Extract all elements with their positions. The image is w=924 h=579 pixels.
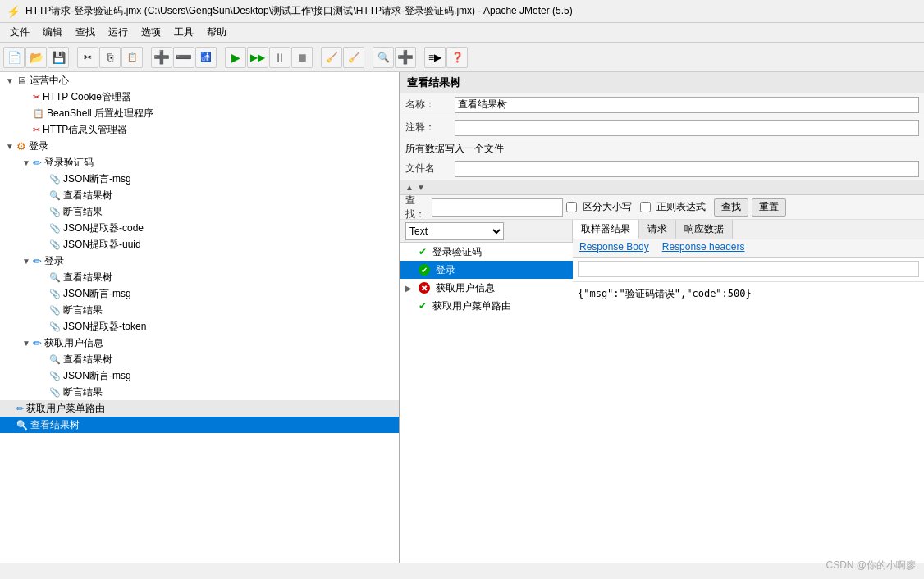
tree-node-json-msg[interactable]: 📎 JSON断言-msg bbox=[0, 171, 399, 187]
mode-select[interactable]: Text RegExp Tester JSON Path Tester CSS/… bbox=[405, 222, 504, 240]
case-sensitive-checkbox[interactable] bbox=[566, 202, 577, 212]
tree-node-root[interactable]: ▼ 🖥 运营中心 bbox=[0, 72, 399, 89]
result-item-user-info[interactable]: ▶ ✖ 获取用户信息 bbox=[400, 279, 573, 297]
node-label-result-tree2: 查看结果树 bbox=[63, 271, 112, 285]
comment-label: 注释： bbox=[405, 121, 455, 134]
regexp-label: 正则表达式 bbox=[656, 200, 706, 214]
toolbar-logs[interactable]: ≡▶ bbox=[424, 47, 446, 68]
case-sensitive-label: 区分大小写 bbox=[583, 200, 632, 214]
menu-file[interactable]: 文件 bbox=[3, 24, 36, 41]
collapse-up-icon[interactable]: ▲ bbox=[405, 183, 414, 192]
tree-node-get-menu[interactable]: ✏ 获取用户菜单路由 bbox=[0, 400, 399, 417]
result-item-menu[interactable]: ✔ 获取用户菜单路由 bbox=[400, 297, 573, 315]
menu-help[interactable]: 帮助 bbox=[200, 24, 233, 41]
toolbar-add[interactable]: ➕ bbox=[151, 47, 172, 68]
tree-node-result-tree4[interactable]: 🔍 查看结果树 bbox=[0, 417, 399, 433]
name-label: 名称： bbox=[405, 98, 455, 112]
tree-node-json-msg2[interactable]: 📎 JSON断言-msg bbox=[0, 285, 399, 302]
node-label-json-token: JSON提取器-token bbox=[63, 320, 146, 334]
toolbar-stop[interactable]: ⏹ bbox=[291, 47, 313, 68]
panel-header: 查看结果树 bbox=[400, 72, 924, 93]
toolbar-clear[interactable]: 🚮 bbox=[195, 47, 217, 68]
panel-title: 查看结果树 bbox=[407, 75, 460, 90]
result-tree-list: ✔ 登录验证码 ✔ 登录 ▶ ✖ 获取用户信息 bbox=[400, 243, 573, 563]
toolbar-add2[interactable]: ➕ bbox=[395, 47, 416, 68]
left-panel: ▼ 🖥 运营中心 ✂ HTTP Cookie管理器 📋 BeanShell 后置… bbox=[0, 72, 400, 563]
search-label: 查找： bbox=[405, 194, 428, 221]
tree-node-result-tree1[interactable]: 🔍 查看结果树 bbox=[0, 187, 399, 203]
sub-tab-response-body[interactable]: Response Body bbox=[573, 239, 656, 257]
tree-node-json-uuid[interactable]: 📎 JSON提取器-uuid bbox=[0, 236, 399, 253]
tree-node-json-token[interactable]: 📎 JSON提取器-token bbox=[0, 318, 399, 335]
tree-node-json-msg3[interactable]: 📎 JSON断言-msg bbox=[0, 367, 399, 384]
node-icon-verify-code: ✏ bbox=[33, 157, 42, 169]
tab-response-data[interactable]: 响应数据 bbox=[676, 220, 733, 239]
tab-sampler-results[interactable]: 取样器结果 bbox=[573, 220, 639, 239]
menu-run[interactable]: 运行 bbox=[102, 24, 135, 41]
reset-button[interactable]: 重置 bbox=[752, 198, 786, 217]
tree-node-result-tree3[interactable]: 🔍 查看结果树 bbox=[0, 351, 399, 367]
write-file-row: 所有数据写入一个文件 bbox=[400, 139, 924, 157]
status-icon-success: ✔ bbox=[419, 246, 427, 258]
toolbar-remove[interactable]: ➖ bbox=[173, 47, 194, 68]
toggle-beanshell bbox=[20, 109, 33, 118]
tree-node-json-code[interactable]: 📎 JSON提取器-code bbox=[0, 220, 399, 236]
toggle-login-group: ▼ bbox=[3, 142, 16, 151]
toolbar-run[interactable]: ▶ bbox=[225, 47, 246, 68]
tree-node-beanshell[interactable]: 📋 BeanShell 后置处理程序 bbox=[0, 105, 399, 121]
tree-node-verify-code[interactable]: ▼ ✏ 登录验证码 bbox=[0, 154, 399, 171]
toolbar-help[interactable]: ❓ bbox=[446, 47, 468, 68]
tree-node-cookie[interactable]: ✂ HTTP Cookie管理器 bbox=[0, 89, 399, 105]
search-button[interactable]: 查找 bbox=[714, 198, 748, 217]
filename-input[interactable] bbox=[455, 161, 919, 177]
toolbar-broom1[interactable]: 🧹 bbox=[321, 47, 342, 68]
tree-node-result-tree2[interactable]: 🔍 查看结果树 bbox=[0, 269, 399, 285]
regexp-checkbox[interactable] bbox=[640, 202, 651, 212]
toolbar-broom2[interactable]: 🧹 bbox=[343, 47, 364, 68]
toolbar-copy[interactable]: ⎘ bbox=[99, 47, 121, 68]
text-mode-row: Text RegExp Tester JSON Path Tester CSS/… bbox=[400, 220, 572, 243]
tree-node-get-user-info[interactable]: ▼ ✏ 获取用户信息 bbox=[0, 335, 399, 351]
toolbar-cut[interactable]: ✂ bbox=[77, 47, 98, 68]
node-label-json-msg: JSON断言-msg bbox=[63, 172, 131, 186]
menu-tools[interactable]: 工具 bbox=[167, 24, 200, 41]
response-text: {"msg":"验证码错误","code":500} bbox=[578, 288, 752, 299]
collapse-down-icon[interactable]: ▼ bbox=[417, 183, 425, 192]
comment-input[interactable] bbox=[455, 120, 919, 136]
node-label-result-tree3: 查看结果树 bbox=[63, 353, 112, 367]
result-item-label: 登录验证码 bbox=[432, 245, 482, 259]
node-label-assert-result2: 断言结果 bbox=[63, 303, 103, 317]
menu-search[interactable]: 查找 bbox=[69, 24, 102, 41]
menu-edit[interactable]: 编辑 bbox=[36, 24, 69, 41]
response-content: {"msg":"验证码错误","code":500} bbox=[573, 282, 924, 563]
tree-node-assert-result2[interactable]: 📎 断言结果 bbox=[0, 302, 399, 318]
tab-request[interactable]: 请求 bbox=[639, 220, 676, 239]
status-icon-success-login: ✔ bbox=[419, 264, 430, 276]
toolbar-save[interactable]: 💾 bbox=[48, 47, 69, 68]
toolbar-pause[interactable]: ⏸ bbox=[269, 47, 290, 68]
toolbar-new[interactable]: 📄 bbox=[3, 47, 25, 68]
toolbar-run-all[interactable]: ▶▶ bbox=[247, 47, 268, 68]
sampler-result-area[interactable] bbox=[578, 261, 919, 277]
node-label-json-msg2: JSON断言-msg bbox=[63, 287, 131, 301]
sub-tab-response-headers[interactable]: Response headers bbox=[656, 239, 752, 257]
search-input[interactable] bbox=[432, 198, 563, 217]
tree-node-assert-result[interactable]: 📎 断言结果 bbox=[0, 203, 399, 220]
tree-node-assert-result3[interactable]: 📎 断言结果 bbox=[0, 384, 399, 400]
write-file-label: 所有数据写入一个文件 bbox=[405, 142, 504, 156]
result-item-label-user-info: 获取用户信息 bbox=[436, 281, 495, 295]
toolbar-search[interactable]: 🔍 bbox=[373, 47, 394, 68]
node-icon-cookie: ✂ bbox=[33, 92, 40, 103]
tree-node-login-sub[interactable]: ▼ ✏ 登录 bbox=[0, 253, 399, 269]
node-label-get-user-info: 获取用户信息 bbox=[44, 336, 103, 350]
toggle-verify-code: ▼ bbox=[20, 158, 33, 167]
result-item-verify-code[interactable]: ✔ 登录验证码 bbox=[400, 243, 573, 261]
tree-node-login-group[interactable]: ▼ ⚙ 登录 bbox=[0, 138, 399, 154]
tree-node-headers[interactable]: ✂ HTTP信息头管理器 bbox=[0, 121, 399, 138]
toolbar-open[interactable]: 📂 bbox=[25, 47, 47, 68]
toolbar-paste[interactable]: 📋 bbox=[121, 47, 143, 68]
expand-icon bbox=[405, 248, 415, 257]
result-item-login[interactable]: ✔ 登录 bbox=[400, 261, 573, 279]
name-input[interactable] bbox=[455, 97, 919, 113]
menu-options[interactable]: 选项 bbox=[135, 24, 167, 41]
